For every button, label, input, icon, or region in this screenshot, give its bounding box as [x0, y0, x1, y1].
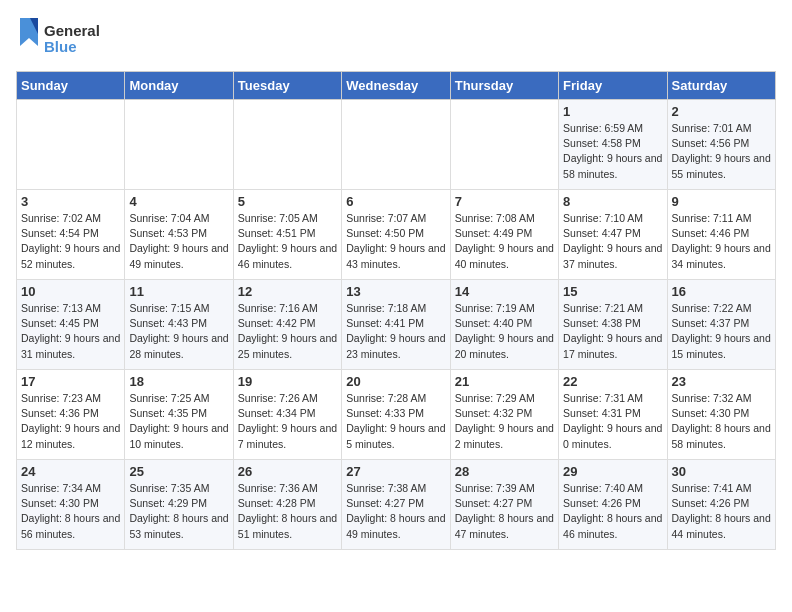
- header-day-tuesday: Tuesday: [233, 72, 341, 100]
- day-info: Sunrise: 7:36 AM Sunset: 4:28 PM Dayligh…: [238, 481, 337, 542]
- day-cell: 5Sunrise: 7:05 AM Sunset: 4:51 PM Daylig…: [233, 190, 341, 280]
- day-info: Sunrise: 7:08 AM Sunset: 4:49 PM Dayligh…: [455, 211, 554, 272]
- header-row: SundayMondayTuesdayWednesdayThursdayFrid…: [17, 72, 776, 100]
- day-cell: 26Sunrise: 7:36 AM Sunset: 4:28 PM Dayli…: [233, 460, 341, 550]
- header-day-wednesday: Wednesday: [342, 72, 450, 100]
- day-info: Sunrise: 7:01 AM Sunset: 4:56 PM Dayligh…: [672, 121, 771, 182]
- day-info: Sunrise: 7:22 AM Sunset: 4:37 PM Dayligh…: [672, 301, 771, 362]
- day-number: 27: [346, 464, 445, 479]
- day-number: 9: [672, 194, 771, 209]
- header-day-thursday: Thursday: [450, 72, 558, 100]
- day-cell: 11Sunrise: 7:15 AM Sunset: 4:43 PM Dayli…: [125, 280, 233, 370]
- day-info: Sunrise: 7:35 AM Sunset: 4:29 PM Dayligh…: [129, 481, 228, 542]
- day-number: 28: [455, 464, 554, 479]
- day-cell: 2Sunrise: 7:01 AM Sunset: 4:56 PM Daylig…: [667, 100, 775, 190]
- week-row-1: 1Sunrise: 6:59 AM Sunset: 4:58 PM Daylig…: [17, 100, 776, 190]
- day-cell: 16Sunrise: 7:22 AM Sunset: 4:37 PM Dayli…: [667, 280, 775, 370]
- day-number: 4: [129, 194, 228, 209]
- day-number: 16: [672, 284, 771, 299]
- svg-text:Blue: Blue: [44, 38, 77, 55]
- day-cell: 13Sunrise: 7:18 AM Sunset: 4:41 PM Dayli…: [342, 280, 450, 370]
- day-cell: 8Sunrise: 7:10 AM Sunset: 4:47 PM Daylig…: [559, 190, 667, 280]
- header-day-sunday: Sunday: [17, 72, 125, 100]
- day-cell: [125, 100, 233, 190]
- day-number: 17: [21, 374, 120, 389]
- day-cell: 12Sunrise: 7:16 AM Sunset: 4:42 PM Dayli…: [233, 280, 341, 370]
- day-info: Sunrise: 6:59 AM Sunset: 4:58 PM Dayligh…: [563, 121, 662, 182]
- day-cell: [233, 100, 341, 190]
- day-info: Sunrise: 7:25 AM Sunset: 4:35 PM Dayligh…: [129, 391, 228, 452]
- header-day-friday: Friday: [559, 72, 667, 100]
- day-cell: 21Sunrise: 7:29 AM Sunset: 4:32 PM Dayli…: [450, 370, 558, 460]
- day-cell: 18Sunrise: 7:25 AM Sunset: 4:35 PM Dayli…: [125, 370, 233, 460]
- day-cell: 25Sunrise: 7:35 AM Sunset: 4:29 PM Dayli…: [125, 460, 233, 550]
- day-number: 10: [21, 284, 120, 299]
- day-number: 7: [455, 194, 554, 209]
- day-info: Sunrise: 7:11 AM Sunset: 4:46 PM Dayligh…: [672, 211, 771, 272]
- day-cell: 6Sunrise: 7:07 AM Sunset: 4:50 PM Daylig…: [342, 190, 450, 280]
- week-row-2: 3Sunrise: 7:02 AM Sunset: 4:54 PM Daylig…: [17, 190, 776, 280]
- day-cell: 22Sunrise: 7:31 AM Sunset: 4:31 PM Dayli…: [559, 370, 667, 460]
- header: GeneralBlue: [16, 16, 776, 61]
- day-cell: 23Sunrise: 7:32 AM Sunset: 4:30 PM Dayli…: [667, 370, 775, 460]
- day-cell: 15Sunrise: 7:21 AM Sunset: 4:38 PM Dayli…: [559, 280, 667, 370]
- week-row-5: 24Sunrise: 7:34 AM Sunset: 4:30 PM Dayli…: [17, 460, 776, 550]
- day-cell: 28Sunrise: 7:39 AM Sunset: 4:27 PM Dayli…: [450, 460, 558, 550]
- day-info: Sunrise: 7:38 AM Sunset: 4:27 PM Dayligh…: [346, 481, 445, 542]
- day-info: Sunrise: 7:32 AM Sunset: 4:30 PM Dayligh…: [672, 391, 771, 452]
- day-number: 6: [346, 194, 445, 209]
- day-number: 22: [563, 374, 662, 389]
- day-cell: 7Sunrise: 7:08 AM Sunset: 4:49 PM Daylig…: [450, 190, 558, 280]
- day-info: Sunrise: 7:40 AM Sunset: 4:26 PM Dayligh…: [563, 481, 662, 542]
- day-cell: 4Sunrise: 7:04 AM Sunset: 4:53 PM Daylig…: [125, 190, 233, 280]
- day-info: Sunrise: 7:13 AM Sunset: 4:45 PM Dayligh…: [21, 301, 120, 362]
- day-number: 26: [238, 464, 337, 479]
- day-cell: 24Sunrise: 7:34 AM Sunset: 4:30 PM Dayli…: [17, 460, 125, 550]
- day-number: 21: [455, 374, 554, 389]
- week-row-4: 17Sunrise: 7:23 AM Sunset: 4:36 PM Dayli…: [17, 370, 776, 460]
- day-info: Sunrise: 7:02 AM Sunset: 4:54 PM Dayligh…: [21, 211, 120, 272]
- day-cell: 9Sunrise: 7:11 AM Sunset: 4:46 PM Daylig…: [667, 190, 775, 280]
- day-cell: [342, 100, 450, 190]
- day-info: Sunrise: 7:41 AM Sunset: 4:26 PM Dayligh…: [672, 481, 771, 542]
- header-day-saturday: Saturday: [667, 72, 775, 100]
- day-cell: 30Sunrise: 7:41 AM Sunset: 4:26 PM Dayli…: [667, 460, 775, 550]
- day-number: 1: [563, 104, 662, 119]
- day-number: 23: [672, 374, 771, 389]
- day-info: Sunrise: 7:05 AM Sunset: 4:51 PM Dayligh…: [238, 211, 337, 272]
- day-info: Sunrise: 7:34 AM Sunset: 4:30 PM Dayligh…: [21, 481, 120, 542]
- day-cell: 19Sunrise: 7:26 AM Sunset: 4:34 PM Dayli…: [233, 370, 341, 460]
- day-number: 24: [21, 464, 120, 479]
- day-cell: 27Sunrise: 7:38 AM Sunset: 4:27 PM Dayli…: [342, 460, 450, 550]
- day-info: Sunrise: 7:15 AM Sunset: 4:43 PM Dayligh…: [129, 301, 228, 362]
- day-info: Sunrise: 7:10 AM Sunset: 4:47 PM Dayligh…: [563, 211, 662, 272]
- calendar-table: SundayMondayTuesdayWednesdayThursdayFrid…: [16, 71, 776, 550]
- logo-svg: GeneralBlue: [16, 16, 106, 61]
- day-info: Sunrise: 7:39 AM Sunset: 4:27 PM Dayligh…: [455, 481, 554, 542]
- day-number: 8: [563, 194, 662, 209]
- day-cell: 3Sunrise: 7:02 AM Sunset: 4:54 PM Daylig…: [17, 190, 125, 280]
- day-number: 20: [346, 374, 445, 389]
- day-info: Sunrise: 7:04 AM Sunset: 4:53 PM Dayligh…: [129, 211, 228, 272]
- day-number: 29: [563, 464, 662, 479]
- day-info: Sunrise: 7:29 AM Sunset: 4:32 PM Dayligh…: [455, 391, 554, 452]
- day-number: 19: [238, 374, 337, 389]
- day-number: 3: [21, 194, 120, 209]
- day-number: 5: [238, 194, 337, 209]
- day-info: Sunrise: 7:31 AM Sunset: 4:31 PM Dayligh…: [563, 391, 662, 452]
- day-cell: 14Sunrise: 7:19 AM Sunset: 4:40 PM Dayli…: [450, 280, 558, 370]
- week-row-3: 10Sunrise: 7:13 AM Sunset: 4:45 PM Dayli…: [17, 280, 776, 370]
- day-cell: 10Sunrise: 7:13 AM Sunset: 4:45 PM Dayli…: [17, 280, 125, 370]
- day-number: 25: [129, 464, 228, 479]
- day-cell: 1Sunrise: 6:59 AM Sunset: 4:58 PM Daylig…: [559, 100, 667, 190]
- day-cell: [450, 100, 558, 190]
- day-info: Sunrise: 7:18 AM Sunset: 4:41 PM Dayligh…: [346, 301, 445, 362]
- day-number: 13: [346, 284, 445, 299]
- day-cell: [17, 100, 125, 190]
- day-number: 11: [129, 284, 228, 299]
- day-number: 30: [672, 464, 771, 479]
- day-cell: 29Sunrise: 7:40 AM Sunset: 4:26 PM Dayli…: [559, 460, 667, 550]
- day-info: Sunrise: 7:21 AM Sunset: 4:38 PM Dayligh…: [563, 301, 662, 362]
- svg-text:General: General: [44, 22, 100, 39]
- day-number: 18: [129, 374, 228, 389]
